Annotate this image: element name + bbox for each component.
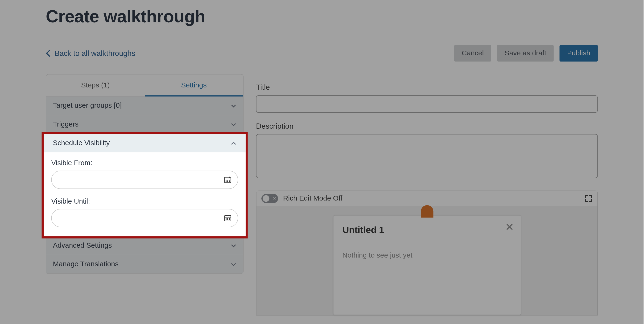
- chevron-left-icon: [46, 50, 50, 57]
- preview-area: ✕ Rich Edit Mode Off Untitled 1: [256, 191, 598, 316]
- chevron-down-icon: [230, 261, 236, 267]
- connector-dot: [421, 205, 433, 218]
- schedule-body: Visible From: V: [46, 152, 243, 236]
- card-body: Nothing to see just yet: [342, 252, 512, 260]
- main-form: Title Description ✕ Rich Edit Mode Off: [256, 74, 598, 315]
- highlighted-schedule-visibility: Schedule Visibility Visible From:: [44, 134, 246, 236]
- publish-button[interactable]: Publish: [560, 45, 598, 62]
- close-icon[interactable]: [506, 223, 513, 231]
- save-draft-button[interactable]: Save as draft: [497, 45, 554, 62]
- rich-edit-label: Rich Edit Mode Off: [283, 194, 342, 203]
- description-input[interactable]: [256, 134, 598, 178]
- sidebar: Steps (1) Settings Target user groups [0…: [46, 74, 244, 274]
- walkthrough-step-card: Untitled 1 Nothing to see just yet: [333, 215, 521, 315]
- accordion-advanced-settings[interactable]: Advanced Settings: [46, 236, 243, 255]
- card-title: Untitled 1: [342, 225, 512, 236]
- title-label: Title: [256, 83, 598, 92]
- tab-settings[interactable]: Settings: [145, 74, 243, 96]
- preview-canvas: Untitled 1 Nothing to see just yet: [256, 206, 597, 315]
- button-group: Cancel Save as draft Publish: [454, 45, 598, 62]
- expand-icon[interactable]: [585, 195, 592, 202]
- accordion-label: Target user groups [0]: [53, 102, 122, 110]
- toggle-off-icon: ✕: [273, 196, 276, 201]
- accordion-manage-translations[interactable]: Manage Translations: [46, 255, 243, 274]
- visible-until-input[interactable]: [51, 209, 238, 228]
- accordion-label: Manage Translations: [53, 260, 118, 268]
- description-label: Description: [256, 122, 598, 130]
- chevron-down-icon: [230, 103, 236, 109]
- accordion-label: Advanced Settings: [53, 241, 112, 250]
- visible-until-label: Visible Until:: [51, 197, 238, 206]
- accordion-target-user-groups[interactable]: Target user groups [0]: [46, 96, 243, 115]
- back-link-label: Back to all walkthroughs: [54, 49, 135, 58]
- accordion-triggers[interactable]: Triggers: [46, 115, 243, 134]
- tabs: Steps (1) Settings: [46, 74, 243, 96]
- top-bar: Back to all walkthroughs Cancel Save as …: [46, 45, 598, 62]
- page-title: Create walkthrough: [46, 0, 598, 27]
- preview-toolbar: ✕ Rich Edit Mode Off: [256, 191, 597, 206]
- chevron-down-icon: [230, 243, 236, 248]
- chevron-down-icon: [230, 122, 236, 128]
- accordion-label: Schedule Visibility: [53, 139, 110, 147]
- accordion-schedule-visibility[interactable]: Schedule Visibility: [44, 134, 246, 152]
- back-link[interactable]: Back to all walkthroughs: [46, 49, 135, 58]
- rich-edit-toggle[interactable]: ✕: [262, 194, 278, 203]
- tab-steps[interactable]: Steps (1): [46, 74, 145, 96]
- visible-from-label: Visible From:: [51, 159, 238, 167]
- title-input[interactable]: [256, 95, 598, 113]
- chevron-up-icon: [230, 140, 236, 146]
- visible-from-input[interactable]: [51, 170, 238, 189]
- cancel-button[interactable]: Cancel: [454, 45, 491, 62]
- accordion-label: Triggers: [53, 120, 78, 128]
